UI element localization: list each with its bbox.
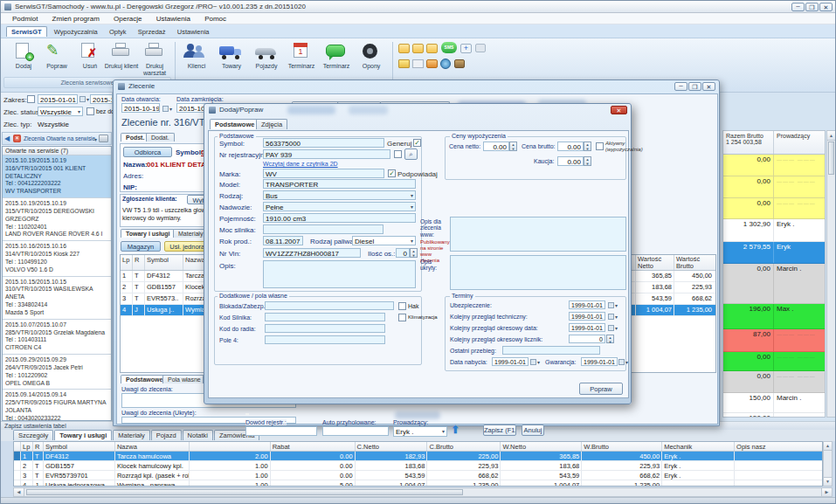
data-otwarcia-field[interactable]: 2015-10-19 [121, 103, 160, 113]
order-list-item[interactable]: 2015.10.07/2015.10.07285/VTR/10/2015 Grz… [3, 320, 111, 355]
scan-2d-button[interactable]: ⌕ [404, 148, 418, 160]
generuj-checkbox[interactable] [413, 139, 421, 147]
new-order-small-icon[interactable] [398, 44, 410, 53]
menu-pomoc[interactable]: Pomoc [198, 13, 232, 24]
ribbon-tab-wypozyczalnia[interactable]: Wypożyczalnia [50, 27, 102, 37]
klimatyzacja-checkbox[interactable] [398, 314, 406, 321]
rok-prod-input[interactable]: 08.11.2007 [263, 236, 303, 245]
calendar-dropdown-icon[interactable]: ▾ [607, 324, 618, 332]
spinner-arrows[interactable]: ▲▼ [410, 248, 418, 258]
opony-button[interactable]: Opony [354, 41, 389, 69]
items-tab-towary[interactable]: Towary i usługi [121, 229, 175, 238]
calendar-dropdown-icon[interactable]: ▾ [529, 358, 540, 366]
kod-do-radia-input[interactable] [265, 324, 385, 333]
calendar-dropdown-icon[interactable]: ▾ [607, 301, 618, 309]
bottom-table-hscrollbar[interactable]: ◀ ▶ [13, 487, 833, 497]
ilosc-os-spinner[interactable]: 0 [396, 248, 410, 258]
podpowiadaj-checkbox[interactable] [388, 169, 396, 177]
spinner-arrows[interactable]: ▲▼ [606, 335, 614, 343]
drukuj-warsztat-button[interactable]: Drukuj warsztat [137, 41, 172, 76]
hak-checkbox[interactable] [398, 302, 406, 310]
terminarz-button[interactable]: 1 Terminarz [284, 41, 319, 69]
maximize-button[interactable]: ❐ [805, 3, 819, 11]
status-dropdown[interactable]: Wszystkie▾ [38, 107, 83, 116]
mechanic-row[interactable]: 0,00 [723, 371, 825, 393]
scroll-down-icon[interactable]: ▼ [824, 477, 832, 486]
tab-towary-i-uslugi[interactable]: Towary i usługi [54, 430, 112, 440]
view-dropdown-arrow[interactable]: ▾ [94, 136, 97, 142]
ribbon-tab-optyk[interactable]: Optyk [105, 27, 131, 37]
pojazdy-button[interactable]: Pojazdy [249, 41, 284, 69]
kod-silnika-input[interactable] [265, 313, 385, 321]
menu-podmiot[interactable]: Podmiot [6, 13, 44, 24]
ubezpieczenie-date[interactable]: 1999-01-01 [569, 300, 605, 309]
window-maximize-button[interactable]: ❐ [688, 82, 701, 91]
aktywny-checkbox[interactable] [596, 142, 604, 150]
order-window-titlebar[interactable]: Zlecenie ‒ ❐ ✕ [114, 80, 719, 93]
calendar-dropdown-icon[interactable]: ▾ [79, 95, 89, 103]
mechanic-row[interactable]: 2 579,55Eryk [723, 242, 825, 264]
zapisz-button[interactable]: Zapisz (F12) [483, 425, 516, 436]
order-list-item[interactable]: 2015.09.29/2015.09.29264/VTR/09/2015 Jac… [3, 355, 111, 390]
calendar-dropdown-icon[interactable]: ▾ [162, 105, 172, 113]
popraw-button[interactable]: ✎ Popraw [39, 41, 74, 69]
pojemnosc-input[interactable]: 1910.00 cm3 [263, 213, 416, 223]
nr-rejestracyjny-input[interactable]: PAY 939 [263, 149, 390, 159]
licznik-spinner[interactable]: 0 [569, 335, 605, 343]
save-table-settings-link[interactable]: Zapisz ustawienia tabel [4, 423, 66, 429]
scroll-right-icon[interactable]: ▶ [821, 488, 832, 496]
mechanic-row[interactable]: 150,00 [723, 413, 825, 418]
add-page-small-icon[interactable]: + [460, 44, 472, 53]
dodaj-button[interactable]: + Dodaj [6, 41, 41, 69]
typ-value[interactable]: Wszystkie [38, 121, 69, 128]
ribbon-tab-ustawienia[interactable]: Ustawienia [173, 27, 214, 37]
cena-brutto-spinner[interactable]: 0.00 [557, 142, 584, 151]
right-panel-scrollbar[interactable]: ▲ [826, 130, 836, 418]
bottom-subtab-podstawowe[interactable]: Podstawowe [121, 375, 168, 383]
odbiorca-button[interactable]: Odbiorca [123, 147, 172, 157]
mechanic-row[interactable]: 0,00 [723, 155, 825, 176]
towary-button[interactable]: Towary [214, 41, 249, 69]
menu-ustawienia[interactable]: Ustawienia [150, 13, 197, 24]
rodzaj-paliwa-dropdown[interactable]: Diesel▾ [352, 236, 416, 245]
table-row[interactable]: 1 T DF4312 Tarcza hamulcowa 2.00 0.00 18… [14, 452, 822, 461]
sheet-small-icon[interactable] [412, 59, 424, 68]
print-list-icon[interactable] [99, 135, 108, 142]
data-nabycia-date[interactable]: 1999-01-01 [492, 357, 529, 366]
window-close-button[interactable]: ✕ [702, 82, 715, 91]
minimize-button[interactable]: ‒ [791, 3, 805, 11]
opis-www-textarea[interactable] [450, 217, 626, 252]
dialog-close-button[interactable]: ✕ [611, 106, 627, 114]
terminarz-sms-button[interactable]: Terminarz [319, 41, 354, 69]
bottom-subtab-pola-wlasne[interactable]: Pola własne [162, 375, 206, 383]
mechanic-row[interactable]: 0,00 [723, 352, 825, 371]
close-button[interactable]: ✕ [819, 3, 833, 11]
dialog-tab-podstawowe[interactable]: Podstawowe [210, 119, 259, 129]
nr-rej-checkbox[interactable] [394, 150, 402, 158]
ribbon-tab-sprzedaz[interactable]: Sprzedaż [134, 27, 170, 37]
view-selector-dropdown[interactable]: Zlecenia Otwarte na serwisie [24, 135, 95, 142]
menu-operacje[interactable]: Operacje [107, 13, 148, 24]
mechanic-row[interactable]: 87,00 [723, 329, 825, 352]
opis-textarea[interactable] [263, 260, 416, 288]
window-minimize-button[interactable]: ‒ [674, 82, 687, 91]
new-order-small-icon[interactable] [412, 44, 424, 53]
bez-dok-checkbox[interactable] [86, 107, 94, 115]
order-list-item[interactable]: 2015.10.15/2015.10.15310/VTR/10/2015 WAS… [3, 277, 111, 320]
order-list-item[interactable]: 2015.10.19/2015.10.19315/VTR/10/2015 DER… [3, 198, 111, 241]
bottom-table-vscrollbar[interactable]: ▲ ▼ [823, 441, 833, 487]
mechanic-row[interactable]: 0,00 [723, 176, 825, 198]
tab-szczegoly[interactable]: Szczegóły [13, 430, 53, 440]
auto-przyholowane-input[interactable] [322, 426, 389, 436]
przeglad-techniczny-date[interactable]: 1999-01-01 [569, 312, 605, 321]
ribbon-tab-serwisgt[interactable]: SerwisGT [6, 26, 47, 37]
prowadzacy-dropdown[interactable]: Eryk .▾ [393, 426, 447, 437]
order-list-item[interactable]: 2015.09.14/2015.09.14225/VTR/09/2015 FIG… [3, 390, 111, 421]
nadwozie-dropdown[interactable]: Pełne▾ [263, 202, 416, 211]
blokada-input[interactable] [265, 301, 394, 310]
ostatni-przebieg-input[interactable] [502, 346, 600, 355]
dowod-rejestr-field[interactable] [245, 413, 249, 415]
back-arrow-icon[interactable]: ◀ [4, 135, 10, 142]
drukuj-klient-button[interactable]: Drukuj klient [104, 41, 139, 70]
zakres-checkbox[interactable] [27, 95, 35, 103]
